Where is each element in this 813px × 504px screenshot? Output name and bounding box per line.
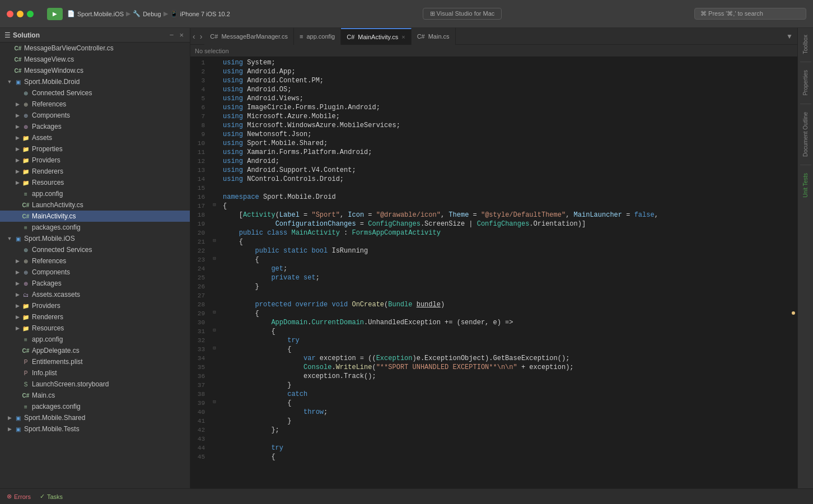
- right-tab-document-outline[interactable]: Document Outline: [800, 108, 811, 161]
- tree-item-ios-components[interactable]: ⊕ Components: [0, 267, 190, 278]
- tab-main[interactable]: C# Main.cs: [412, 28, 456, 45]
- line-num-27: 27: [190, 291, 207, 300]
- sidebar-close-button[interactable]: ×: [177, 30, 185, 40]
- close-button[interactable]: [7, 11, 13, 17]
- fold-21[interactable]: ⊟: [211, 236, 218, 245]
- tree-item-droid-references[interactable]: ⊕ References: [0, 99, 190, 110]
- tree-item-droid-packages-config[interactable]: ≡ packages.config: [0, 222, 190, 233]
- project-name: Sport.Mobile.iOS: [77, 11, 124, 17]
- line-num-43: 43: [190, 435, 207, 444]
- tree-label: MessageBarViewController.cs: [24, 44, 114, 52]
- errors-status[interactable]: ⊗ Errors: [7, 493, 31, 500]
- tree-item-ios-main[interactable]: C# Main.cs: [0, 390, 190, 401]
- arrow-icon: [13, 101, 21, 107]
- code-line-13: using Android.Support.V4.Content;: [218, 166, 797, 175]
- arrow-icon: [13, 258, 21, 264]
- search-bar[interactable]: ⌘ Press '⌘,' to search: [694, 8, 806, 20]
- tab-messagebarmanager[interactable]: C# MessageBarManager.cs: [204, 28, 294, 45]
- tab-mainactivity[interactable]: C# MainActivity.cs ×: [341, 28, 411, 45]
- code-line-18: [Activity(Label = "Sport", Icon = "@draw…: [218, 211, 797, 220]
- tree-item-ios-resources[interactable]: 📁 Resources: [0, 323, 190, 334]
- tree-item-ios-connected[interactable]: ⊕ Connected Services: [0, 244, 190, 255]
- code-line-16: namespace Sport.Mobile.Droid: [218, 193, 797, 202]
- tree-item-shared-project[interactable]: ▣ Sport.Mobile.Shared: [0, 412, 190, 423]
- tab-dropdown-button[interactable]: ▼: [782, 32, 797, 40]
- tree-item-ios-entitlements[interactable]: P Entitlements.plist: [0, 356, 190, 367]
- tasks-status[interactable]: ✓ Tasks: [40, 493, 63, 500]
- tab-appconfig[interactable]: ≡ app.config: [294, 28, 341, 45]
- tree-item-ios-references[interactable]: ⊕ References: [0, 255, 190, 267]
- tree-item-droid-project[interactable]: ▣ Sport.Mobile.Droid: [0, 76, 190, 87]
- vs-label: Visual Studio for Mac: [437, 10, 495, 17]
- tree-item-droid-components[interactable]: ⊕ Components: [0, 110, 190, 121]
- fold-23[interactable]: ⊟: [211, 254, 218, 263]
- code-line-7: using Microsoft.Azure.Mobile;: [218, 112, 797, 121]
- line-num-21: 21: [190, 237, 207, 246]
- code-content[interactable]: using System; using Android.App; using A…: [218, 57, 797, 488]
- tree-item-droid-launchactivity[interactable]: C# LaunchActivity.cs: [0, 199, 190, 211]
- cs-icon: C#: [21, 212, 30, 221]
- code-line-41: }: [218, 417, 797, 426]
- tree-item-droid-packages[interactable]: ⊕ Packages: [0, 121, 190, 132]
- editor-area: ‹ › C# MessageBarManager.cs ≡ app.config…: [190, 28, 797, 488]
- tree-item-ios-launchscreen[interactable]: S LaunchScreen.storyboard: [0, 379, 190, 390]
- tree-item-droid-connected[interactable]: ⊕ Connected Services: [0, 87, 190, 99]
- right-tab-toolbox[interactable]: Toolbox: [800, 30, 811, 58]
- right-tab-unit-tests[interactable]: Unit Tests: [800, 169, 811, 202]
- sidebar-pin-button[interactable]: −: [168, 30, 176, 40]
- fold-17[interactable]: ⊟: [211, 200, 218, 209]
- tree-item-droid-properties[interactable]: 📁 Properties: [0, 143, 190, 155]
- sidebar-title: Solution: [13, 31, 40, 39]
- component-icon: ⊕: [21, 111, 30, 120]
- tree-item-ios-packages[interactable]: ⊕ Packages: [0, 278, 190, 289]
- right-tab-properties[interactable]: Properties: [800, 66, 811, 100]
- code-line-24: get;: [218, 264, 797, 273]
- tab-nav-left[interactable]: ‹: [190, 32, 198, 41]
- tree-item-messagebarviewcontroller[interactable]: C# MessageBarViewController.cs: [0, 43, 190, 54]
- tree-item-ios-assets[interactable]: 🗂 Assets.xcassets: [0, 289, 190, 300]
- tab-close-button[interactable]: ×: [401, 34, 405, 40]
- line-num-5: 5: [190, 94, 207, 103]
- tree-label: Sport.Mobile.Tests: [24, 425, 80, 433]
- left-gutter: ⊟ ⊟ ⊟ ⊟ ⊟ ⊟ ⊟: [211, 57, 218, 488]
- fold-29[interactable]: ⊟: [211, 308, 218, 317]
- tree-item-messageview[interactable]: C# MessageView.cs: [0, 54, 190, 65]
- code-line-1: using System;: [218, 58, 797, 67]
- fold-33[interactable]: ⊟: [211, 344, 218, 353]
- minimize-button[interactable]: [17, 11, 24, 17]
- tree-item-ios-renderers[interactable]: 📁 Renderers: [0, 311, 190, 323]
- tree-item-ios-info[interactable]: P Info.plist: [0, 367, 190, 379]
- line-num-45: 45: [190, 452, 207, 461]
- tree-item-ios-project[interactable]: ▣ Sport.Mobile.iOS: [0, 233, 190, 244]
- line-num-2: 2: [190, 67, 207, 76]
- tasks-label: Tasks: [47, 493, 63, 500]
- tree-item-ios-appdelegate[interactable]: C# AppDelegate.cs: [0, 345, 190, 356]
- code-line-19: ConfigurationChanges = ConfigChanges.Scr…: [218, 220, 797, 228]
- tree-item-droid-mainactivity[interactable]: C# MainActivity.cs: [0, 211, 190, 222]
- tab-nav-right[interactable]: ›: [198, 32, 205, 41]
- tree-item-droid-renderers[interactable]: 📁 Renderers: [0, 166, 190, 177]
- arrow-icon: [6, 415, 13, 421]
- tree-item-droid-providers[interactable]: 📁 Providers: [0, 155, 190, 166]
- tree-label: Sport.Mobile.Droid: [24, 78, 80, 86]
- fold-31[interactable]: ⊟: [211, 326, 218, 335]
- tree-item-droid-assets[interactable]: 📁 Assets: [0, 132, 190, 143]
- line-num-20: 20: [190, 228, 207, 237]
- tree-item-ios-providers[interactable]: 📁 Providers: [0, 300, 190, 311]
- config-name: Debug: [143, 11, 161, 17]
- tree-item-droid-resources[interactable]: 📁 Resources: [0, 177, 190, 188]
- fold-39[interactable]: ⊟: [211, 398, 218, 407]
- tree-item-tests-project[interactable]: ▣ Sport.Mobile.Tests: [0, 423, 190, 435]
- code-line-44: try: [218, 444, 797, 452]
- tree-item-droid-appconfig[interactable]: ≡ app.config: [0, 188, 190, 199]
- run-button[interactable]: ▶: [47, 8, 63, 20]
- code-editor[interactable]: 1 2 3 4 5 6 7 8 9 10 11 12 13 14 15 16 1…: [190, 57, 797, 488]
- line-num-6: 6: [190, 103, 207, 112]
- folder-icon: 📁: [21, 144, 30, 153]
- cs-icon: C#: [13, 66, 22, 75]
- tree-item-ios-appconfig[interactable]: ≡ app.config: [0, 334, 190, 345]
- maximize-button[interactable]: [27, 11, 34, 17]
- tab-bar: ‹ › C# MessageBarManager.cs ≡ app.config…: [190, 28, 797, 45]
- tree-item-ios-packages-config[interactable]: ≡ packages.config: [0, 401, 190, 412]
- tree-item-messagewindow[interactable]: C# MessageWindow.cs: [0, 65, 190, 76]
